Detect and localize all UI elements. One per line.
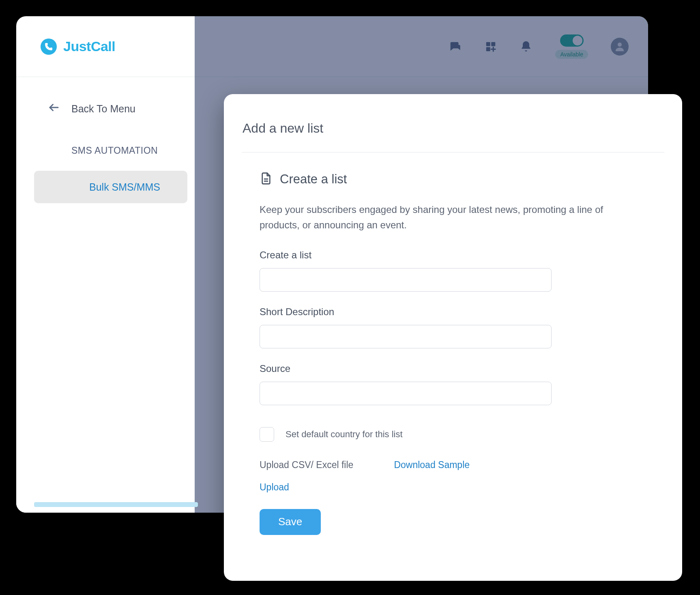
upload-link[interactable]: Upload: [260, 482, 289, 492]
brand-logo[interactable]: JustCall: [40, 38, 115, 56]
sidebar: Back To Menu SMS AUTOMATION Bulk SMS/MMS: [16, 77, 195, 513]
modal-title: Add a new list: [242, 121, 664, 136]
brand-name: JustCall: [63, 39, 115, 54]
back-label: Back To Menu: [71, 103, 135, 115]
short-description-label: Short Description: [260, 306, 627, 318]
create-list-heading: Create a list: [280, 172, 347, 187]
upload-csv-label: Upload CSV/ Excel file: [260, 460, 353, 470]
sidebar-item-bulk-sms[interactable]: Bulk SMS/MMS: [34, 171, 187, 203]
save-button-label: Save: [278, 516, 302, 528]
create-list-label: Create a list: [260, 249, 627, 261]
default-country-label: Set default country for this list: [286, 429, 403, 440]
download-sample-link[interactable]: Download Sample: [394, 460, 470, 470]
back-to-menu[interactable]: Back To Menu: [16, 101, 195, 116]
justcall-logo-icon: [40, 38, 58, 56]
bottom-progress-strip: [34, 502, 198, 507]
modal-description: Keep your subscribers engaged by sharing…: [260, 202, 627, 233]
sidebar-section-title: SMS AUTOMATION: [16, 145, 195, 156]
svg-point-0: [41, 39, 57, 55]
source-input[interactable]: [260, 382, 552, 405]
divider: [242, 152, 664, 153]
source-label: Source: [260, 363, 627, 374]
create-list-input[interactable]: [260, 268, 552, 292]
save-button[interactable]: Save: [260, 509, 321, 535]
file-form-icon: [260, 172, 273, 187]
default-country-checkbox[interactable]: [260, 427, 274, 442]
arrow-left-icon: [48, 101, 60, 116]
add-list-modal: Add a new list Create a list Keep your s…: [224, 94, 682, 581]
sidebar-item-label: Bulk SMS/MMS: [89, 181, 160, 193]
short-description-input[interactable]: [260, 325, 552, 348]
